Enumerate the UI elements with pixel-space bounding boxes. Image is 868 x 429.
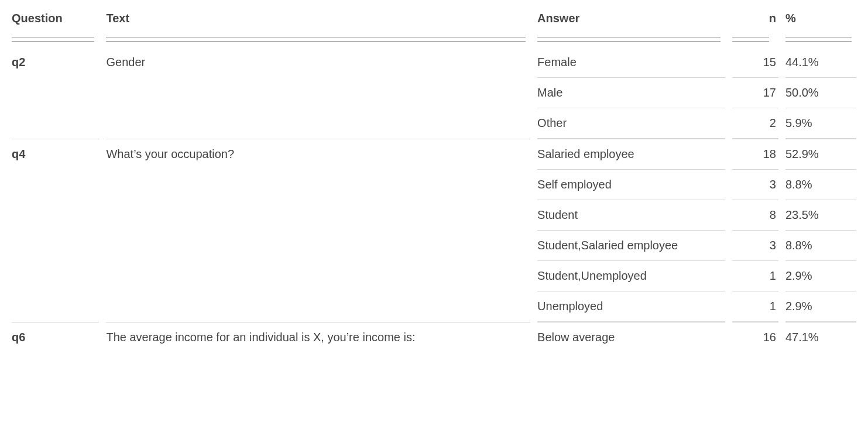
question-id: q2 bbox=[12, 47, 99, 77]
answer-n: 18 bbox=[732, 139, 778, 170]
col-pct: % bbox=[785, 6, 856, 31]
question-id: q4 bbox=[12, 139, 99, 169]
answer-pct: 52.9% bbox=[785, 139, 856, 170]
answer-label: Student,Unemployed bbox=[537, 261, 725, 291]
answer-n: 8 bbox=[732, 200, 778, 231]
col-n: n bbox=[732, 6, 785, 31]
answer-label: Other bbox=[537, 108, 725, 139]
table-body: q2 Gender Female 15 44.1% Male 17 50.0% … bbox=[12, 47, 856, 352]
answer-n: 17 bbox=[732, 78, 778, 108]
answer-label: Student bbox=[537, 200, 725, 231]
answer-label: Student,Salaried employee bbox=[537, 231, 725, 261]
answer-n: 15 bbox=[732, 47, 778, 78]
col-pct-label: % bbox=[785, 12, 796, 25]
col-n-label: n bbox=[769, 12, 776, 25]
answer-label: Below average bbox=[537, 322, 725, 352]
table-header-row: Question Text Answer n % bbox=[12, 6, 856, 31]
answer-pct: 50.0% bbox=[785, 78, 856, 108]
answer-pct: 2.9% bbox=[785, 261, 856, 291]
answer-pct: 47.1% bbox=[785, 322, 856, 352]
answer-n: 3 bbox=[732, 170, 778, 200]
answer-pct: 23.5% bbox=[785, 200, 856, 231]
col-question: Question bbox=[12, 6, 106, 31]
answer-pct: 44.1% bbox=[785, 47, 856, 78]
survey-table: Question Text Answer n % q2 Gender Femal… bbox=[12, 6, 856, 352]
answer-label: Male bbox=[537, 78, 725, 108]
answer-label: Self employed bbox=[537, 170, 725, 200]
question-text: What’s your occupation? bbox=[106, 139, 530, 169]
answer-label: Unemployed bbox=[537, 291, 725, 322]
table-row: q2 Gender Female 15 44.1% bbox=[12, 47, 856, 78]
question-id: q6 bbox=[12, 322, 99, 352]
answer-n: 3 bbox=[732, 231, 778, 261]
answer-label: Salaried employee bbox=[537, 139, 725, 170]
col-text-label: Text bbox=[106, 12, 129, 25]
col-question-label: Question bbox=[12, 12, 63, 25]
col-answer: Answer bbox=[537, 6, 732, 31]
question-text: The average income for an individual is … bbox=[106, 322, 530, 352]
table-row: q6 The average income for an individual … bbox=[12, 322, 856, 352]
answer-n: 1 bbox=[732, 291, 778, 322]
answer-pct: 8.8% bbox=[785, 231, 856, 261]
col-answer-label: Answer bbox=[537, 12, 579, 25]
answer-n: 2 bbox=[732, 108, 778, 139]
answer-label: Female bbox=[537, 47, 725, 78]
answer-n: 1 bbox=[732, 261, 778, 291]
col-text: Text bbox=[106, 6, 537, 31]
answer-pct: 8.8% bbox=[785, 170, 856, 200]
answer-n: 16 bbox=[732, 322, 778, 352]
table-row: q4 What’s your occupation? Salaried empl… bbox=[12, 139, 856, 170]
answer-pct: 2.9% bbox=[785, 291, 856, 322]
question-text: Gender bbox=[106, 47, 530, 77]
answer-pct: 5.9% bbox=[785, 108, 856, 139]
